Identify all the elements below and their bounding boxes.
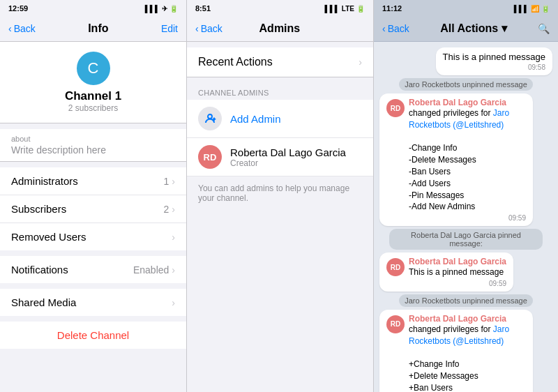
- delete-section: Delete Channel: [0, 322, 186, 349]
- status-icons-p3: ▌▌▌ 📶 🔋: [514, 5, 550, 13]
- about-description: Write description here: [11, 144, 175, 156]
- action-content-1: Roberta Dal Lago Garcia changed privileg…: [409, 98, 526, 222]
- admin-help-text: You can add admins to help you manage yo…: [187, 176, 373, 210]
- info-list: Administrators 1 › Subscribers 2 › Remov…: [0, 167, 186, 250]
- notifications-right: Enabled ›: [133, 264, 175, 276]
- status-bar-p2: 8:51 ▌▌▌ LTE 🔋: [187, 0, 373, 15]
- action-author-2: Roberta Dal Lago Garcia: [409, 257, 506, 266]
- action-privileges-minus: RD Roberta Dal Lago Garcia changed privi…: [379, 93, 533, 226]
- add-admin-row[interactable]: Add Admin: [187, 100, 373, 138]
- nav-bar-p3: ‹ Back All Actions ▾ 🔍: [374, 15, 558, 42]
- pinned-message-time: 09:58: [443, 63, 545, 71]
- chevron-icon-notifications: ›: [172, 264, 175, 276]
- recent-actions-label: Recent Actions: [198, 56, 273, 68]
- admin-role: Creator: [230, 158, 346, 168]
- notifications-value: Enabled: [133, 264, 169, 276]
- removed-users-right: ›: [172, 232, 175, 243]
- system-unpinned-1: Jaro Rocketbots unpinned message: [399, 78, 533, 91]
- system-unpinned-2: Jaro Rocketbots unpinned message: [399, 294, 533, 307]
- search-icon-p3[interactable]: 🔍: [538, 23, 550, 34]
- chevron-icon-subscribers: ›: [172, 204, 175, 215]
- notifications-label: Notifications: [11, 264, 68, 276]
- nav-title-p2: Admins: [259, 22, 301, 35]
- channel-avatar: C: [77, 52, 110, 85]
- action-time-2: 09:59: [409, 280, 506, 287]
- action-author-1: Roberta Dal Lago Garcia: [409, 98, 526, 107]
- shared-media-section: Shared Media ›: [0, 289, 186, 316]
- notifications-row[interactable]: Notifications Enabled ›: [0, 256, 186, 283]
- action-pinned: RD Roberta Dal Lago Garcia This is a pin…: [379, 252, 513, 292]
- administrators-label: Administrators: [11, 175, 78, 187]
- status-icons-p2: ▌▌▌ LTE 🔋: [325, 5, 365, 13]
- info-panel: 12:59 ▌▌▌ ✈ 🔋 ‹ Back Info Edit C Channel…: [0, 0, 187, 392]
- subscribers-right: 2 ›: [164, 204, 175, 215]
- subscribers-label: Subscribers: [11, 203, 66, 215]
- status-icons-p1: ▌▌▌ ✈ 🔋: [145, 5, 178, 13]
- action-content-3: Roberta Dal Lago Garcia changed privileg…: [409, 314, 526, 392]
- admins-panel: 8:51 ▌▌▌ LTE 🔋 ‹ Back Admins Recent Acti…: [187, 0, 374, 392]
- chevron-icon-admins: ›: [172, 176, 175, 187]
- action-avatar-3: RD: [386, 315, 405, 333]
- action-pinned-text: This is a pinned message: [409, 266, 506, 278]
- admin-creator-row[interactable]: RD Roberta Dal Lago Garcia Creator: [187, 138, 373, 176]
- action-text-1: changed privileges for Jaro Rocketbots (…: [409, 107, 526, 213]
- administrators-right: 1 ›: [164, 176, 175, 187]
- shared-media-row[interactable]: Shared Media ›: [0, 289, 186, 316]
- admin-name: Roberta Dal Lago Garcia: [230, 146, 346, 158]
- pinned-message-bubble: This is a pinned message 09:58: [436, 47, 552, 75]
- back-button-p1[interactable]: ‹ Back: [8, 23, 36, 34]
- action-text-3: changed privileges for Jaro Rocketbots (…: [409, 324, 526, 392]
- recent-actions-row[interactable]: Recent Actions ›: [187, 47, 373, 77]
- subscribers-count: 2: [164, 204, 169, 215]
- about-label: about: [11, 135, 175, 143]
- administrators-row[interactable]: Administrators 1 ›: [0, 167, 186, 195]
- removed-users-label: Removed Users: [11, 231, 86, 243]
- action-link-1[interactable]: Jaro Rocketbots (@Letitshred): [409, 108, 509, 130]
- add-admin-label: Add Admin: [230, 113, 281, 125]
- admin-avatar: RD: [198, 145, 222, 169]
- chat-scroll: This is a pinned message 09:58 Jaro Rock…: [374, 42, 558, 392]
- about-section: about Write description here: [0, 129, 186, 162]
- status-time-p3: 11:12: [382, 4, 402, 13]
- action-avatar-2: RD: [386, 258, 405, 276]
- nav-bar-p2: ‹ Back Admins: [187, 15, 373, 42]
- channel-name: Channel 1: [65, 89, 121, 103]
- add-admin-icon: [198, 107, 222, 130]
- admin-info: Roberta Dal Lago Garcia Creator: [230, 146, 346, 168]
- chevron-icon-shared-media: ›: [172, 297, 175, 308]
- action-author-3: Roberta Dal Lago Garcia: [409, 314, 526, 324]
- chevron-icon-removed: ›: [172, 232, 175, 243]
- action-link-3[interactable]: Jaro Rocketbots (@Letitshred): [409, 324, 509, 346]
- all-actions-panel: 11:12 ▌▌▌ 📶 🔋 ‹ Back All Actions ▾ 🔍 Thi…: [374, 0, 558, 392]
- back-button-p2[interactable]: ‹ Back: [195, 23, 223, 34]
- action-time-1: 09:59: [409, 214, 526, 222]
- administrators-count: 1: [164, 176, 169, 187]
- svg-point-0: [208, 114, 212, 119]
- edit-button[interactable]: Edit: [161, 23, 178, 34]
- status-time-p1: 12:59: [8, 4, 28, 13]
- status-bar-p3: 11:12 ▌▌▌ 📶 🔋: [374, 0, 558, 15]
- recent-actions-section: Recent Actions ›: [187, 47, 373, 77]
- nav-bar-p1: ‹ Back Info Edit: [0, 15, 186, 42]
- delete-channel-button[interactable]: Delete Channel: [0, 322, 186, 349]
- subscriber-count: 2 subscribers: [68, 103, 118, 113]
- action-avatar-1: RD: [386, 99, 405, 117]
- subscribers-row[interactable]: Subscribers 2 ›: [0, 195, 186, 223]
- channel-admins-header: CHANNEL ADMINS: [187, 83, 373, 100]
- removed-users-row[interactable]: Removed Users ›: [0, 223, 186, 250]
- nav-title-p1: Info: [88, 22, 108, 35]
- profile-section: C Channel 1 2 subscribers: [0, 42, 186, 123]
- pinned-message-text: This is a pinned message: [443, 52, 545, 62]
- action-content-2: Roberta Dal Lago Garcia This is a pinned…: [409, 257, 506, 287]
- status-bar-p1: 12:59 ▌▌▌ ✈ 🔋: [0, 0, 186, 15]
- action-privileges-plus: RD Roberta Dal Lago Garcia changed privi…: [379, 310, 533, 392]
- notifications-section: Notifications Enabled ›: [0, 256, 186, 283]
- back-button-p3[interactable]: ‹ Back: [382, 23, 409, 34]
- system-pinned: Roberta Dal Lago Garcia pinned message:: [389, 229, 543, 250]
- shared-media-label: Shared Media: [11, 296, 76, 308]
- shared-media-right: ›: [172, 297, 175, 308]
- nav-title-p3[interactable]: All Actions ▾: [440, 22, 506, 35]
- channel-admins-section: CHANNEL ADMINS Add Admin RD Roberta Dal …: [187, 83, 373, 176]
- chevron-icon-recent: ›: [359, 56, 362, 68]
- status-time-p2: 8:51: [195, 4, 211, 13]
